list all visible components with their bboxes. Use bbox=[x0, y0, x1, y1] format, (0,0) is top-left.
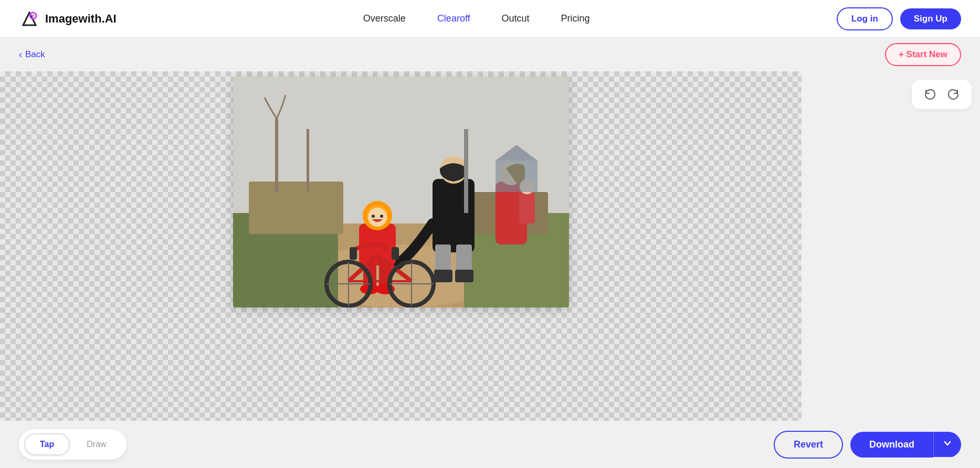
svg-point-25 bbox=[380, 215, 383, 218]
revert-button[interactable]: Revert bbox=[774, 431, 843, 459]
svg-rect-19 bbox=[455, 270, 473, 282]
svg-rect-39 bbox=[464, 129, 468, 213]
svg-rect-37 bbox=[350, 247, 357, 260]
svg-rect-18 bbox=[434, 270, 452, 282]
back-button[interactable]: ‹ Back bbox=[19, 49, 45, 60]
svg-rect-40 bbox=[275, 119, 278, 192]
svg-rect-42 bbox=[496, 161, 538, 192]
nav-clearoff[interactable]: Clearoff bbox=[437, 13, 470, 24]
header: Imagewith.AI Overscale Clearoff Outcut P… bbox=[0, 0, 980, 38]
checkerboard-bg bbox=[0, 71, 802, 468]
svg-point-2 bbox=[32, 15, 34, 17]
svg-rect-8 bbox=[249, 182, 343, 234]
right-panel: 62% bbox=[802, 71, 980, 468]
canvas-container bbox=[0, 71, 802, 468]
logo-area: Imagewith.AI bbox=[19, 8, 117, 29]
svg-point-24 bbox=[372, 215, 375, 218]
nav-overscale[interactable]: Overscale bbox=[363, 13, 406, 24]
photo-content bbox=[233, 77, 569, 307]
download-caret-button[interactable] bbox=[933, 432, 961, 457]
download-button[interactable]: Download bbox=[850, 432, 933, 458]
start-new-button[interactable]: + Start New bbox=[885, 43, 961, 66]
redo-icon bbox=[948, 89, 960, 100]
image-canvas[interactable] bbox=[233, 77, 569, 307]
download-button-group: Download bbox=[850, 432, 961, 458]
main-area: 62% Tap Draw bbox=[0, 71, 980, 468]
header-actions: Log in Sign Up bbox=[837, 7, 961, 30]
draw-mode-button[interactable]: Draw bbox=[72, 433, 121, 455]
bottom-toolbar: Tap Draw Revert Download bbox=[0, 421, 980, 468]
undo-button[interactable] bbox=[921, 86, 938, 103]
back-chevron-icon: ‹ bbox=[19, 49, 22, 60]
chevron-down-icon bbox=[943, 439, 952, 448]
svg-rect-38 bbox=[392, 247, 399, 260]
svg-point-23 bbox=[368, 208, 387, 227]
login-button[interactable]: Log in bbox=[837, 7, 893, 30]
logo-text: Imagewith.AI bbox=[45, 12, 117, 26]
nav-links: Overscale Clearoff Outcut Pricing bbox=[363, 13, 590, 24]
sub-header: ‹ Back + Start New bbox=[0, 38, 980, 71]
signup-button[interactable]: Sign Up bbox=[900, 8, 961, 29]
redo-button[interactable] bbox=[945, 86, 962, 103]
tap-mode-button[interactable]: Tap bbox=[24, 433, 70, 455]
mode-toggle: Tap Draw bbox=[19, 429, 127, 460]
back-label: Back bbox=[25, 49, 45, 60]
undo-icon bbox=[924, 89, 935, 100]
nav-pricing[interactable]: Pricing bbox=[561, 13, 590, 24]
svg-rect-12 bbox=[519, 192, 535, 224]
svg-rect-41 bbox=[307, 129, 309, 192]
undo-redo-box bbox=[912, 80, 972, 109]
logo-icon bbox=[19, 8, 40, 29]
action-buttons: Revert Download bbox=[774, 431, 961, 459]
nav-outcut[interactable]: Outcut bbox=[502, 13, 530, 24]
